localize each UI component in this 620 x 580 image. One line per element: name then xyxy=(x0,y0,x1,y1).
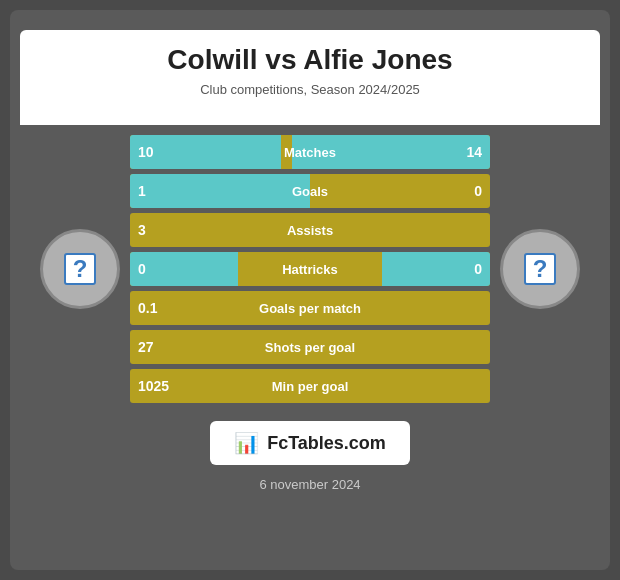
stats-list: 10Matches141Goals03Assists0Hattricks00.1… xyxy=(130,135,490,403)
stat-row-shots-per-goal: 27Shots per goal xyxy=(130,330,490,364)
stat-row-matches: 10Matches14 xyxy=(130,135,490,169)
stat-row-goals-per-match: 0.1Goals per match xyxy=(130,291,490,325)
stat-label-goals: Goals xyxy=(130,184,490,199)
page-title: Colwill vs Alfie Jones xyxy=(30,44,590,76)
left-player-icon: ? xyxy=(64,253,96,285)
logo-section: 📊 FcTables.com xyxy=(210,421,410,465)
logo-text: FcTables.com xyxy=(267,433,386,454)
comparison-card: Colwill vs Alfie Jones Club competitions… xyxy=(10,10,610,570)
stat-row-goals: 1Goals0 xyxy=(130,174,490,208)
subtitle: Club competitions, Season 2024/2025 xyxy=(30,82,590,97)
stat-label-min-per-goal: Min per goal xyxy=(130,379,490,394)
stat-row-hattricks: 0Hattricks0 xyxy=(130,252,490,286)
stat-label-shots-per-goal: Shots per goal xyxy=(130,340,490,355)
stat-label-hattricks: Hattricks xyxy=(130,262,490,277)
stat-row-assists: 3Assists xyxy=(130,213,490,247)
stat-right-hattricks: 0 xyxy=(474,261,482,277)
stat-right-matches: 14 xyxy=(466,144,482,160)
left-player-avatar: ? xyxy=(40,229,120,309)
stat-label-matches: Matches xyxy=(130,145,490,160)
stat-right-goals: 0 xyxy=(474,183,482,199)
header-section: Colwill vs Alfie Jones Club competitions… xyxy=(20,30,600,125)
date-label: 6 november 2024 xyxy=(259,477,360,492)
left-player: ? xyxy=(30,229,130,309)
stat-row-min-per-goal: 1025Min per goal xyxy=(130,369,490,403)
right-player-avatar: ? xyxy=(500,229,580,309)
stat-label-assists: Assists xyxy=(130,223,490,238)
stat-label-goals-per-match: Goals per match xyxy=(130,301,490,316)
main-comparison: ? 10Matches141Goals03Assists0Hattricks00… xyxy=(20,135,600,403)
right-player-icon: ? xyxy=(524,253,556,285)
right-player: ? xyxy=(490,229,590,309)
logo-icon: 📊 xyxy=(234,431,259,455)
